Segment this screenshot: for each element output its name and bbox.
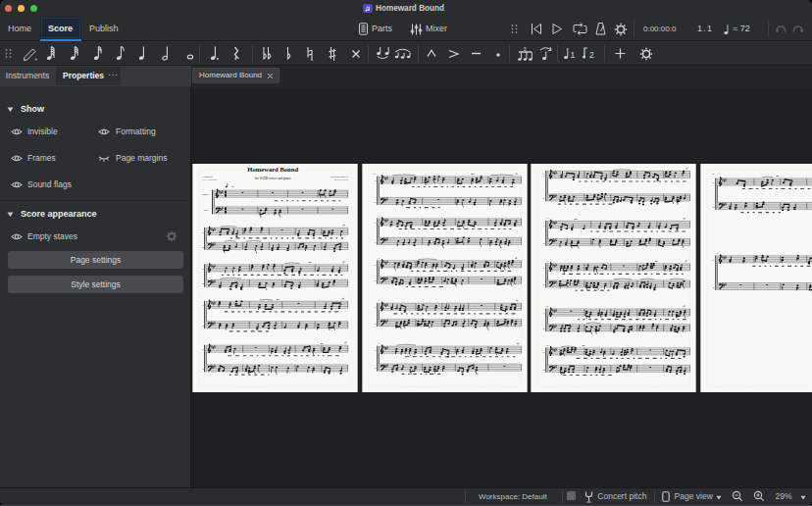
svg-text:22: 22 [546, 305, 548, 307]
svg-text:19: 19 [716, 252, 718, 254]
svg-text:M: M [543, 328, 545, 329]
svg-text:M: M [374, 279, 376, 281]
svg-text:21: 21 [378, 342, 380, 344]
svg-text:Homeward Bound: Homeward Bound [248, 166, 299, 173]
svg-text:M: M [374, 323, 376, 325]
svg-text:MARTA KEEN: MARTA KEEN [335, 178, 349, 180]
svg-text:M: M [543, 197, 545, 199]
svg-text:1: 1 [571, 50, 576, 60]
svg-text:M: M [202, 282, 204, 284]
svg-text:Women: Women [202, 193, 210, 195]
svg-text:M: M [374, 241, 376, 243]
svg-text:M: M [712, 286, 714, 288]
svg-text:M: M [543, 242, 545, 244]
svg-text:M: M [543, 283, 545, 285]
svg-text:Arranged by: Arranged by [202, 176, 214, 177]
svg-text:14: 14 [546, 217, 548, 219]
svg-text:= 70: = 70 [229, 185, 235, 188]
svg-text:M: M [374, 201, 376, 203]
svg-text:M: M [202, 368, 204, 370]
svg-text:2: 2 [589, 50, 594, 60]
svg-text:Words and Music by: Words and Music by [330, 176, 349, 177]
svg-text:M: M [712, 206, 714, 208]
svg-text:M: M [374, 367, 376, 369]
svg-text:13: 13 [378, 257, 380, 259]
svg-text:M: M [543, 369, 545, 371]
svg-text:JAY ALTHOUSE: JAY ALTHOUSE [202, 178, 218, 180]
svg-text:M: M [202, 325, 204, 327]
svg-text:for SATB voices and piano: for SATB voices and piano [255, 177, 291, 180]
svg-text:9: 9 [378, 215, 379, 217]
svg-text:3: 3 [524, 46, 527, 52]
svg-text:M: M [202, 246, 204, 248]
